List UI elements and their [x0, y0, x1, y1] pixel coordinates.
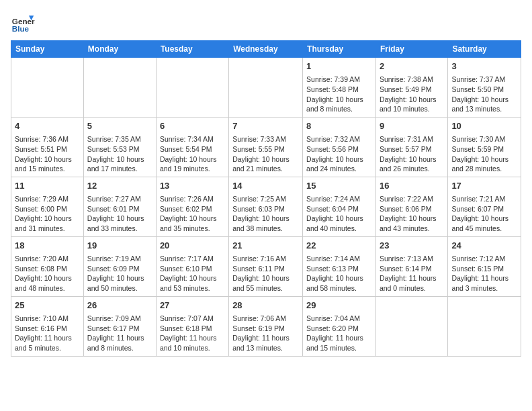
daylight-text: Daylight: 10 hours [306, 273, 372, 283]
calendar-cell: 23Sunrise: 7:13 AMSunset: 6:14 PMDayligh… [375, 236, 447, 296]
col-header-thursday: Thursday [303, 41, 376, 58]
daylight-text: and 8 minutes. [87, 343, 152, 353]
daylight-text: Daylight: 10 hours [232, 214, 299, 224]
daylight-text: and 17 minutes. [87, 164, 152, 174]
calendar-week-row: 11Sunrise: 7:29 AMSunset: 6:00 PMDayligh… [11, 177, 521, 236]
sunset-text: Sunset: 6:10 PM [160, 264, 225, 274]
calendar-cell: 20Sunrise: 7:17 AMSunset: 6:10 PMDayligh… [156, 236, 228, 296]
sunset-text: Sunset: 6:15 PM [451, 264, 517, 274]
day-number: 26 [87, 300, 152, 312]
daylight-text: and 15 minutes. [15, 164, 80, 174]
calendar-cell: 1Sunrise: 7:39 AMSunset: 5:48 PMDaylight… [303, 58, 376, 118]
col-header-sunday: Sunday [11, 41, 84, 58]
sunset-text: Sunset: 6:13 PM [306, 264, 372, 274]
calendar-cell: 19Sunrise: 7:19 AMSunset: 6:09 PMDayligh… [83, 236, 156, 296]
sunset-text: Sunset: 5:50 PM [451, 85, 517, 95]
calendar-cell: 24Sunrise: 7:12 AMSunset: 6:15 PMDayligh… [448, 236, 521, 296]
daylight-text: Daylight: 10 hours [87, 214, 152, 224]
calendar-cell: 2Sunrise: 7:38 AMSunset: 5:49 PMDaylight… [375, 58, 447, 118]
col-header-wednesday: Wednesday [229, 41, 303, 58]
daylight-text: and 45 minutes. [451, 224, 517, 234]
calendar-cell: 14Sunrise: 7:25 AMSunset: 6:03 PMDayligh… [229, 177, 303, 236]
day-number: 21 [232, 240, 299, 252]
sunrise-text: Sunrise: 7:25 AM [232, 194, 299, 204]
day-number: 17 [451, 180, 517, 192]
day-number: 25 [15, 300, 80, 312]
daylight-text: Daylight: 10 hours [232, 154, 299, 165]
daylight-text: and 38 minutes. [232, 224, 299, 234]
daylight-text: and 3 minutes. [451, 283, 517, 293]
daylight-text: Daylight: 10 hours [380, 214, 444, 224]
day-number: 10 [451, 120, 517, 132]
calendar-cell: 27Sunrise: 7:07 AMSunset: 6:18 PMDayligh… [156, 296, 228, 356]
daylight-text: Daylight: 11 hours [451, 273, 517, 283]
daylight-text: Daylight: 10 hours [160, 154, 225, 165]
sunset-text: Sunset: 6:08 PM [15, 264, 80, 274]
sunset-text: Sunset: 5:56 PM [306, 144, 372, 154]
day-number: 19 [87, 240, 152, 252]
calendar-cell [83, 58, 156, 118]
daylight-text: and 33 minutes. [87, 224, 152, 234]
calendar-cell: 6Sunrise: 7:34 AMSunset: 5:54 PMDaylight… [156, 117, 228, 177]
daylight-text: and 8 minutes. [306, 104, 372, 114]
sunrise-text: Sunrise: 7:30 AM [451, 134, 517, 144]
sunset-text: Sunset: 6:01 PM [87, 204, 152, 214]
sunset-text: Sunset: 5:55 PM [232, 144, 299, 154]
calendar-cell: 5Sunrise: 7:35 AMSunset: 5:53 PMDaylight… [83, 117, 156, 177]
sunrise-text: Sunrise: 7:21 AM [451, 194, 517, 204]
sunrise-text: Sunrise: 7:38 AM [380, 75, 444, 85]
calendar-cell: 12Sunrise: 7:27 AMSunset: 6:01 PMDayligh… [83, 177, 156, 236]
day-number: 1 [306, 60, 372, 73]
day-number: 11 [15, 180, 80, 192]
sunrise-text: Sunrise: 7:10 AM [15, 314, 80, 324]
calendar-cell: 7Sunrise: 7:33 AMSunset: 5:55 PMDaylight… [229, 117, 303, 177]
day-number: 29 [306, 300, 372, 312]
calendar-cell: 17Sunrise: 7:21 AMSunset: 6:07 PMDayligh… [448, 177, 521, 236]
sunrise-text: Sunrise: 7:19 AM [87, 254, 152, 264]
calendar-cell: 26Sunrise: 7:09 AMSunset: 6:17 PMDayligh… [83, 296, 156, 356]
calendar-cell: 15Sunrise: 7:24 AMSunset: 6:04 PMDayligh… [303, 177, 376, 236]
calendar-cell: 10Sunrise: 7:30 AMSunset: 5:59 PMDayligh… [448, 117, 521, 177]
day-number: 22 [306, 240, 372, 252]
sunset-text: Sunset: 6:09 PM [87, 264, 152, 274]
calendar-cell [448, 296, 521, 356]
daylight-text: Daylight: 11 hours [160, 333, 225, 343]
daylight-text: and 13 minutes. [451, 104, 517, 114]
sunset-text: Sunset: 5:49 PM [380, 85, 444, 95]
sunset-text: Sunset: 6:14 PM [380, 264, 444, 274]
header-row: SundayMondayTuesdayWednesdayThursdayFrid… [11, 41, 521, 58]
col-header-friday: Friday [375, 41, 447, 58]
sunset-text: Sunset: 6:06 PM [380, 204, 444, 214]
day-number: 15 [306, 180, 372, 192]
day-number: 3 [451, 60, 517, 73]
calendar-week-row: 1Sunrise: 7:39 AMSunset: 5:48 PMDaylight… [11, 58, 521, 118]
sunset-text: Sunset: 5:48 PM [306, 85, 372, 95]
sunrise-text: Sunrise: 7:20 AM [15, 254, 80, 264]
sunrise-text: Sunrise: 7:07 AM [160, 314, 225, 324]
daylight-text: and 26 minutes. [380, 164, 444, 174]
daylight-text: Daylight: 10 hours [380, 154, 444, 165]
daylight-text: and 50 minutes. [87, 283, 152, 293]
daylight-text: and 58 minutes. [306, 283, 372, 293]
sunrise-text: Sunrise: 7:29 AM [15, 194, 80, 204]
sunset-text: Sunset: 6:02 PM [160, 204, 225, 214]
calendar-table: SundayMondayTuesdayWednesdayThursdayFrid… [11, 40, 521, 357]
col-header-tuesday: Tuesday [156, 41, 228, 58]
daylight-text: and 15 minutes. [306, 343, 372, 353]
day-number: 23 [380, 240, 444, 252]
daylight-text: Daylight: 10 hours [306, 214, 372, 224]
daylight-text: and 0 minutes. [380, 283, 444, 293]
daylight-text: Daylight: 10 hours [451, 95, 517, 105]
calendar-cell [229, 58, 303, 118]
daylight-text: Daylight: 10 hours [451, 154, 517, 165]
daylight-text: Daylight: 10 hours [15, 214, 80, 224]
daylight-text: and 43 minutes. [380, 224, 444, 234]
daylight-text: Daylight: 11 hours [87, 333, 152, 343]
svg-text:Blue: Blue [12, 24, 30, 33]
daylight-text: Daylight: 11 hours [232, 333, 299, 343]
daylight-text: Daylight: 10 hours [87, 154, 152, 165]
sunset-text: Sunset: 5:51 PM [15, 144, 80, 154]
sunset-text: Sunset: 6:11 PM [232, 264, 299, 274]
daylight-text: and 28 minutes. [451, 164, 517, 174]
sunrise-text: Sunrise: 7:32 AM [306, 134, 372, 144]
